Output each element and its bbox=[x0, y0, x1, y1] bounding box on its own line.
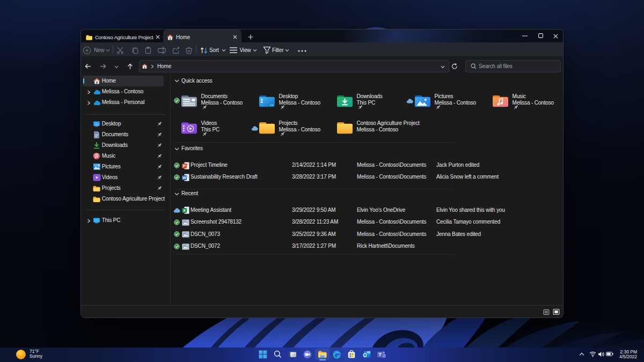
svg-text:X: X bbox=[183, 208, 186, 213]
svg-text:W: W bbox=[182, 175, 187, 180]
svg-text:P: P bbox=[183, 164, 186, 168]
